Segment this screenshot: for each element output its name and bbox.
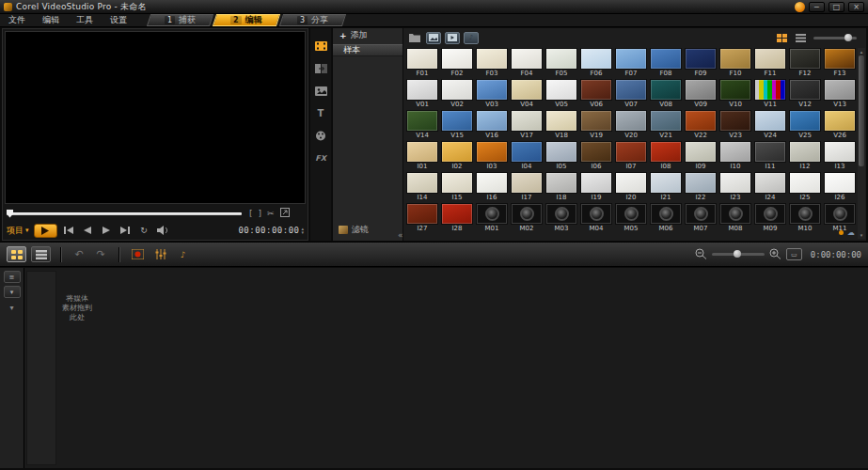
gallery-media-item[interactable]: F02 bbox=[441, 48, 473, 79]
gallery-media-item[interactable]: F10 bbox=[719, 48, 751, 79]
gallery-media-item[interactable]: V05 bbox=[545, 79, 577, 110]
gallery-thumbnail[interactable] bbox=[580, 110, 612, 132]
gallery-media-item[interactable]: V22 bbox=[685, 110, 717, 141]
timeline-zoom-slider[interactable] bbox=[712, 253, 765, 256]
gallery-audio-item[interactable]: M08 bbox=[719, 203, 751, 234]
list-view-button[interactable] bbox=[793, 32, 808, 44]
gallery-media-item[interactable]: F09 bbox=[685, 48, 717, 79]
thumbnail-size-slider[interactable] bbox=[813, 37, 857, 39]
gallery-thumbnail[interactable] bbox=[685, 79, 717, 101]
gallery-media-item[interactable]: V10 bbox=[719, 79, 751, 110]
preview-video-area[interactable] bbox=[5, 31, 306, 204]
gallery-media-item[interactable]: V09 bbox=[685, 79, 717, 110]
playback-mode-selector[interactable]: 项目 ▾ bbox=[7, 225, 29, 237]
gallery-thumbnail[interactable] bbox=[476, 172, 508, 194]
gallery-thumbnail[interactable] bbox=[615, 141, 647, 163]
step-tab-edit[interactable]: 2编辑 bbox=[213, 14, 280, 26]
gallery-audio-item[interactable]: M05 bbox=[615, 203, 647, 234]
go-to-start-button[interactable] bbox=[62, 225, 76, 237]
gallery-thumbnail[interactable] bbox=[650, 203, 682, 225]
gallery-thumbnail[interactable] bbox=[476, 203, 508, 225]
gallery-media-item[interactable]: F11 bbox=[754, 48, 786, 79]
gallery-media-item[interactable]: I27 bbox=[406, 203, 438, 234]
gallery-media-item[interactable]: V07 bbox=[615, 79, 647, 110]
gallery-media-item[interactable]: F13 bbox=[824, 48, 856, 79]
gallery-media-item[interactable]: I15 bbox=[441, 172, 473, 203]
gallery-media-item[interactable]: V23 bbox=[719, 110, 751, 141]
gallery-thumbnail[interactable] bbox=[545, 110, 577, 132]
gallery-media-item[interactable]: I04 bbox=[511, 141, 543, 172]
gallery-thumbnail[interactable] bbox=[441, 203, 473, 225]
gallery-media-item[interactable]: V21 bbox=[650, 110, 682, 141]
gallery-thumbnail[interactable] bbox=[754, 141, 786, 163]
gallery-media-item[interactable]: I23 bbox=[719, 172, 751, 203]
gallery-media-item[interactable]: I10 bbox=[719, 141, 751, 172]
gallery-media-item[interactable]: V16 bbox=[476, 110, 508, 141]
record-capture-button[interactable] bbox=[129, 247, 147, 262]
gallery-thumbnail[interactable] bbox=[545, 203, 577, 225]
gallery-thumbnail[interactable] bbox=[824, 48, 856, 70]
repeat-button[interactable]: ↻ bbox=[137, 225, 151, 237]
auto-music-button[interactable]: ♪ bbox=[174, 247, 192, 262]
gallery-media-item[interactable]: V06 bbox=[580, 79, 612, 110]
maximize-button[interactable]: □ bbox=[829, 2, 844, 12]
gallery-thumbnail[interactable] bbox=[719, 48, 751, 70]
gallery-thumbnail[interactable] bbox=[824, 110, 856, 132]
gallery-media-item[interactable]: F08 bbox=[650, 48, 682, 79]
gallery-media-item[interactable]: I07 bbox=[615, 141, 647, 172]
menu-file[interactable]: 文件 bbox=[0, 14, 34, 26]
gallery-thumbnail[interactable] bbox=[511, 110, 543, 132]
gallery-media-item[interactable]: F12 bbox=[789, 48, 821, 79]
gallery-thumbnail[interactable] bbox=[406, 172, 438, 194]
gallery-media-item[interactable]: V24 bbox=[754, 110, 786, 141]
slider-knob[interactable] bbox=[844, 34, 852, 41]
gallery-thumbnail[interactable] bbox=[406, 110, 438, 132]
gallery-media-item[interactable]: I05 bbox=[545, 141, 577, 172]
gallery-thumbnail[interactable] bbox=[754, 48, 786, 70]
gallery-media-item[interactable]: I11 bbox=[754, 141, 786, 172]
split-clip-button[interactable]: ✂ bbox=[267, 209, 275, 218]
volume-button[interactable] bbox=[156, 225, 170, 237]
gallery-thumbnail[interactable] bbox=[441, 110, 473, 132]
gallery-thumbnail[interactable] bbox=[441, 48, 473, 70]
gallery-media-item[interactable]: I06 bbox=[580, 141, 612, 172]
gallery-media-item[interactable]: V02 bbox=[441, 79, 473, 110]
gallery-media-item[interactable]: I25 bbox=[789, 172, 821, 203]
storyboard-view-button[interactable] bbox=[7, 246, 26, 262]
gallery-audio-item[interactable]: M04 bbox=[580, 203, 612, 234]
play-button[interactable] bbox=[34, 224, 57, 238]
library-footer[interactable]: 滤镜 bbox=[339, 224, 369, 236]
gallery-media-item[interactable]: I28 bbox=[441, 203, 473, 234]
step-tab-share[interactable]: 3分享 bbox=[279, 14, 346, 26]
gallery-media-item[interactable]: V03 bbox=[476, 79, 508, 110]
gallery-media-item[interactable]: V13 bbox=[824, 79, 856, 110]
gallery-thumbnail[interactable] bbox=[719, 172, 751, 194]
gallery-audio-item[interactable]: M10 bbox=[789, 203, 821, 234]
gallery-thumbnail[interactable] bbox=[615, 203, 647, 225]
gallery-media-item[interactable]: V17 bbox=[511, 110, 543, 141]
show-videos-toggle[interactable] bbox=[445, 32, 460, 44]
gallery-thumbnail[interactable] bbox=[824, 141, 856, 163]
gallery-thumbnail[interactable] bbox=[754, 203, 786, 225]
gallery-thumbnail[interactable] bbox=[789, 141, 821, 163]
gallery-thumbnail[interactable] bbox=[476, 79, 508, 101]
gallery-thumbnail[interactable] bbox=[754, 79, 786, 101]
gallery-thumbnail[interactable] bbox=[685, 141, 717, 163]
track-options-button[interactable]: ▾ bbox=[4, 286, 21, 298]
gallery-media-item[interactable]: V11 bbox=[754, 79, 786, 110]
timecode-spinner[interactable]: ▴▾ bbox=[301, 227, 304, 234]
gallery-thumbnail[interactable] bbox=[511, 203, 543, 225]
gallery-media-item[interactable]: F03 bbox=[476, 48, 508, 79]
gallery-audio-item[interactable]: M06 bbox=[650, 203, 682, 234]
title-library-icon[interactable]: T bbox=[310, 103, 331, 123]
mark-in-button[interactable]: [ bbox=[249, 209, 253, 218]
gallery-thumbnail[interactable] bbox=[511, 172, 543, 194]
gallery-thumbnail[interactable] bbox=[476, 110, 508, 132]
gallery-thumbnail[interactable] bbox=[406, 79, 438, 101]
gallery-thumbnail[interactable] bbox=[789, 203, 821, 225]
transition-library-icon[interactable] bbox=[310, 58, 331, 78]
gallery-thumbnail[interactable] bbox=[580, 79, 612, 101]
gallery-thumbnail[interactable] bbox=[685, 110, 717, 132]
grid-view-button[interactable] bbox=[774, 32, 789, 44]
gallery-media-item[interactable]: V26 bbox=[824, 110, 856, 141]
